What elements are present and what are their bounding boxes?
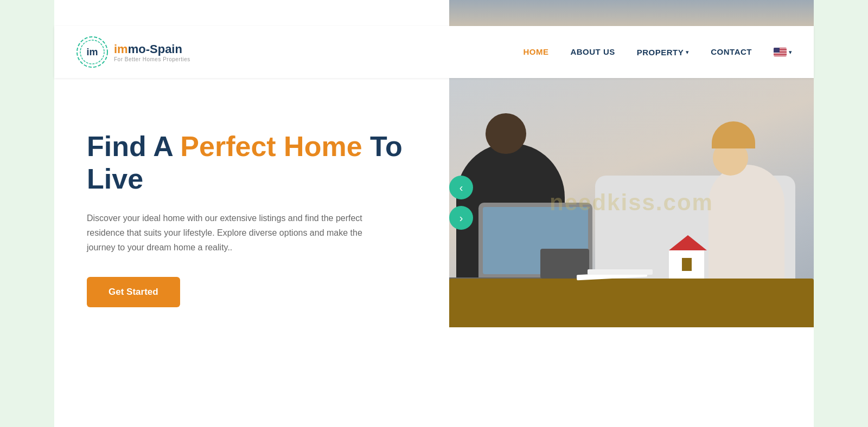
main-card: im immo-Spain For Better Homes Propertie… [54, 0, 814, 427]
flag-icon [774, 48, 787, 56]
carousel-controls: ‹ › [449, 176, 473, 230]
nav-item-home[interactable]: HOME [523, 47, 548, 57]
logo-tagline: For Better Homes Properties [114, 56, 190, 62]
nav-item-about[interactable]: ABOUT US [570, 47, 615, 57]
nav-item-contact[interactable]: CONTACT [711, 47, 752, 57]
logo-text: immo-Spain For Better Homes Properties [114, 42, 190, 62]
logo-area: im immo-Spain For Better Homes Propertie… [76, 36, 190, 68]
lang-chevron-icon: ▾ [789, 49, 792, 56]
navbar: im immo-Spain For Better Homes Propertie… [54, 26, 814, 78]
logo-icon: im [76, 36, 108, 68]
nav-link-property[interactable]: PROPERTY [637, 48, 684, 57]
above-header-strip [54, 0, 814, 26]
logo-brand-colored: im [114, 42, 128, 56]
nav-link-about[interactable]: ABOUT US [570, 47, 615, 56]
page-wrapper: im immo-Spain For Better Homes Propertie… [0, 0, 868, 427]
hero-image: needkiss.com ‹ › [449, 78, 814, 349]
nav-link-home[interactable]: HOME [523, 47, 548, 56]
carousel-prev-button[interactable]: ‹ [449, 176, 473, 199]
hero-title-highlight: Perfect Home [180, 131, 362, 162]
property-chevron-icon: ▾ [686, 49, 689, 56]
carousel-next-button[interactable]: › [449, 206, 473, 230]
svg-text:im: im [86, 47, 98, 57]
lang-switcher[interactable]: ▾ [774, 48, 792, 56]
get-started-button[interactable]: Get Started [87, 277, 180, 307]
logo-brand-rest: mo-Spain [128, 42, 182, 56]
nav-link-contact[interactable]: CONTACT [711, 47, 752, 56]
hero-description: Discover your ideal home with our extens… [87, 211, 369, 255]
nav-links: HOME ABOUT US PROPERTY ▾ CONTACT ▾ [523, 47, 792, 57]
hero-text: Find A Perfect Home To Live Discover you… [54, 78, 449, 349]
hero-title-part1: Find A [87, 131, 180, 162]
hero-title: Find A Perfect Home To Live [87, 131, 417, 196]
nav-item-property[interactable]: PROPERTY ▾ [637, 48, 690, 57]
logo-brand: immo-Spain [114, 42, 190, 56]
above-header-image [449, 0, 814, 26]
hero-photo: needkiss.com [449, 78, 814, 327]
spacer [54, 349, 814, 376]
hero-section: Find A Perfect Home To Live Discover you… [54, 78, 814, 349]
